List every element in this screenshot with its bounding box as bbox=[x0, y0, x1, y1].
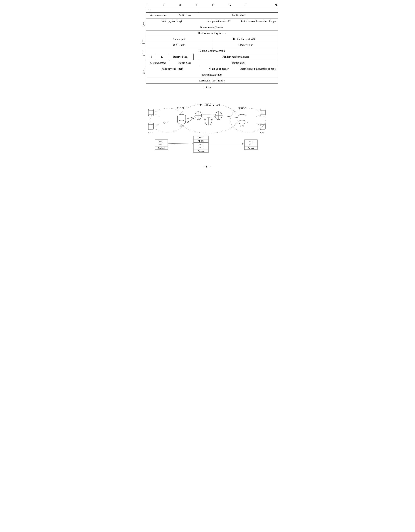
oh-row3: Source routing locator bbox=[146, 24, 278, 30]
left-packet-stack: EID2 EID1 Payload bbox=[155, 140, 168, 150]
etr-icon bbox=[238, 114, 246, 124]
router-3 bbox=[215, 112, 222, 120]
lisp-label: LISP bbox=[140, 54, 145, 57]
svg-point-21 bbox=[150, 115, 151, 115]
udp-row1-table: Source port Destination port=4341 bbox=[146, 36, 278, 42]
ih-valid-payload: Valid payload length bbox=[146, 66, 199, 72]
etr-to-backbone bbox=[222, 116, 238, 118]
oh-source-routing: Source routing locator bbox=[146, 24, 278, 30]
udp-brace: { UDP bbox=[137, 36, 146, 48]
router-1 bbox=[195, 112, 202, 120]
lisp-rows: Routing locator reachable S E Reserved f… bbox=[146, 48, 278, 60]
col-num-8: 8 bbox=[179, 4, 196, 7]
lisp-nonce: Random number (Nonce) bbox=[193, 54, 277, 60]
lisp-row2-table: S E Reserved flag Random number (Nonce) bbox=[146, 54, 278, 60]
lisp-section: { LISP Routing locator reachable S E Res… bbox=[137, 48, 278, 60]
oh-row2-table: Valid payload length Next packet header=… bbox=[146, 18, 278, 24]
fig3-diagram: IP backbone network bbox=[137, 95, 278, 163]
oh-row4: Destination routing locator bbox=[146, 30, 278, 36]
ih-row1-table: Version number Traffic class Traffic lab… bbox=[146, 60, 278, 66]
svg-text:EID1: EID1 bbox=[159, 143, 163, 146]
etr-label: ETR bbox=[240, 125, 244, 127]
ih-source-host: Source host identity bbox=[146, 72, 278, 77]
oh-rows: Version number Traffic class Traffic lab… bbox=[146, 12, 278, 36]
oh-brace: { OH bbox=[137, 12, 146, 36]
ih-row1: Version number Traffic class Traffic lab… bbox=[146, 60, 278, 66]
udp-dest-port: Destination port=4341 bbox=[212, 36, 278, 42]
oh-traffic-class: Traffic class bbox=[170, 13, 199, 18]
lisp-row2: S E Reserved flag Random number (Nonce) bbox=[146, 54, 278, 60]
svg-point-33 bbox=[262, 129, 263, 129]
ih-row3-table: Source host identity bbox=[146, 72, 278, 78]
oh-label: OH bbox=[142, 25, 145, 27]
svg-line-39 bbox=[187, 118, 194, 123]
svg-point-17 bbox=[238, 120, 246, 124]
fig2-container: 0 7 8 10 11 15 16 24 31 { OH Versi bbox=[137, 4, 278, 89]
right-packet-stack: EID2 EID1 Payload bbox=[245, 140, 257, 150]
oh-row4-table: Destination routing locator bbox=[146, 30, 278, 36]
lisp-row1-table: Routing locator reachable bbox=[146, 48, 278, 54]
col-num-0: 0 bbox=[147, 4, 163, 7]
svg-line-34 bbox=[154, 114, 159, 117]
svg-text:EID2: EID2 bbox=[159, 140, 163, 142]
udp-row1: Source port Destination port=4341 bbox=[146, 36, 278, 42]
lisp-row1: Routing locator reachable bbox=[146, 48, 278, 54]
ih-row2-table: Valid payload length Next packet header … bbox=[146, 66, 278, 72]
svg-text:EID2: EID2 bbox=[199, 143, 203, 145]
udp-rows: Source port Destination port=4341 UDP le… bbox=[146, 36, 278, 48]
oh-dest-routing: Destination routing locator bbox=[146, 30, 278, 36]
svg-text:RLOC2: RLOC2 bbox=[198, 136, 204, 139]
svg-line-9 bbox=[202, 116, 205, 120]
svg-text:Payload: Payload bbox=[248, 147, 254, 149]
svg-text:EID1: EID1 bbox=[249, 143, 253, 146]
udp-length: UDP length bbox=[146, 42, 212, 48]
oh-row3-table: Source routing locator bbox=[146, 24, 278, 30]
eid2-text: EID 2 bbox=[260, 131, 266, 134]
svg-point-25 bbox=[150, 129, 151, 129]
itr-label: ITR bbox=[179, 125, 182, 127]
udp-row2-table: UDP length UDP check sum bbox=[146, 42, 278, 48]
lisp-rloc-reachable: Routing locator reachable bbox=[146, 48, 278, 54]
oh-restriction: Restriction on the number of hops bbox=[238, 19, 277, 24]
middle-packet-stack: RLOC2 RLOC1 EID2 EID1 Payload bbox=[194, 136, 208, 152]
ih-row4: Destination host identity bbox=[146, 78, 278, 84]
ip-backbone-label: IP backbone network bbox=[200, 104, 220, 106]
ih-label: IH bbox=[143, 72, 145, 74]
col-num-24: 24 bbox=[261, 4, 277, 7]
svg-line-36 bbox=[257, 114, 263, 117]
svg-text:Payload: Payload bbox=[198, 150, 204, 152]
ih-brace: { IH bbox=[137, 60, 146, 84]
ih-traffic-class: Traffic class bbox=[170, 60, 199, 66]
ih-section: { IH Version number Traffic class Traffi… bbox=[137, 60, 278, 84]
svg-point-29 bbox=[262, 115, 263, 115]
ih-row3: Source host identity bbox=[146, 72, 278, 77]
svg-line-37 bbox=[257, 124, 263, 127]
svg-text:RLOC1: RLOC1 bbox=[198, 140, 204, 142]
eid2-top bbox=[260, 109, 265, 116]
udp-checksum: UDP check sum bbox=[212, 42, 278, 48]
ih-restriction: Restriction on the number of hops bbox=[238, 66, 277, 72]
oh-traffic-label: Traffic label bbox=[199, 13, 278, 18]
oh-section: { OH Version number Traffic class Traffi… bbox=[137, 12, 278, 36]
oh-row1-table: Version number Traffic class Traffic lab… bbox=[146, 12, 278, 18]
col-num-7: 7 bbox=[163, 4, 179, 7]
oh-valid-payload: Valid payload length bbox=[146, 19, 199, 24]
col-num-16: 16 bbox=[245, 4, 261, 7]
ih-row4-table: Destination host identity bbox=[146, 78, 278, 84]
eid1-text: EID 1 bbox=[148, 131, 154, 134]
udp-row2: UDP length UDP check sum bbox=[146, 42, 278, 48]
row-31: 31 bbox=[146, 8, 278, 12]
fig3-container: IP backbone network bbox=[137, 95, 278, 169]
fig3-svg: IP backbone network bbox=[137, 95, 278, 163]
site1-label: Site 1 bbox=[163, 122, 168, 124]
lisp-reserved: Reserved flag bbox=[167, 54, 193, 60]
oh-row1: Version number Traffic class Traffic lab… bbox=[146, 13, 278, 18]
svg-point-14 bbox=[178, 120, 186, 124]
udp-section: { UDP Source port Destination port=4341 … bbox=[137, 36, 278, 48]
ih-dest-host: Destination host identity bbox=[146, 78, 278, 84]
eid1-top bbox=[148, 109, 154, 116]
rloc1-label: RLOC1 bbox=[177, 107, 184, 109]
udp-source-port: Source port bbox=[146, 36, 212, 42]
router-2 bbox=[205, 117, 212, 125]
svg-line-10 bbox=[212, 116, 215, 120]
